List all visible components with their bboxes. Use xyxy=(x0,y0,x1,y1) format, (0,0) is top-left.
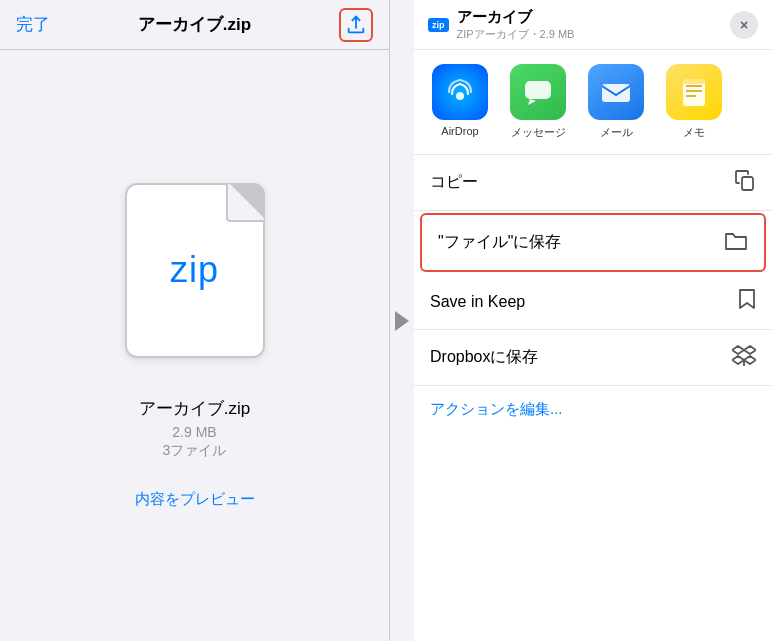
mail-icon-svg xyxy=(598,74,634,110)
right-title-area: zip アーカイブ ZIPアーカイブ・2.9 MB xyxy=(428,8,574,42)
file-size: 2.9 MB xyxy=(172,424,216,440)
message-icon xyxy=(510,64,566,120)
arrow-separator xyxy=(390,0,414,641)
zip-badge: zip xyxy=(428,18,449,32)
mail-icon xyxy=(588,64,644,120)
svg-rect-8 xyxy=(683,79,705,84)
app-item-mail[interactable]: メール xyxy=(580,64,652,140)
left-panel: 完了 アーカイブ.zip zip アーカイブ.zip 2.9 MB 3ファイル … xyxy=(0,0,390,641)
right-file-info: アーカイブ ZIPアーカイブ・2.9 MB xyxy=(457,8,575,42)
memo-label: メモ xyxy=(683,125,705,140)
message-icon-svg xyxy=(520,74,556,110)
action-save-files-label: "ファイル"に保存 xyxy=(438,232,561,253)
app-item-message[interactable]: メッセージ xyxy=(502,64,574,140)
done-button[interactable]: 完了 xyxy=(16,13,50,36)
message-label: メッセージ xyxy=(511,125,566,140)
right-top-bar: zip アーカイブ ZIPアーカイブ・2.9 MB × xyxy=(414,0,772,50)
airdrop-icon xyxy=(432,64,488,120)
share-apps-row: AirDrop メッセージ メール xyxy=(414,50,772,155)
arrow-right-icon xyxy=(395,311,409,331)
action-dropbox-label: Dropboxに保存 xyxy=(430,347,538,368)
svg-marker-13 xyxy=(744,356,756,364)
mail-label: メール xyxy=(600,125,633,140)
action-edit-label: アクションを編集... xyxy=(430,400,563,417)
action-save-keep[interactable]: Save in Keep xyxy=(414,274,772,330)
action-dropbox[interactable]: Dropboxに保存 xyxy=(414,330,772,386)
dropbox-icon xyxy=(732,344,756,371)
left-nav: 完了 アーカイブ.zip xyxy=(0,0,389,50)
action-copy-label: コピー xyxy=(430,172,478,193)
memo-icon-svg xyxy=(676,74,712,110)
preview-link[interactable]: 内容をプレビュー xyxy=(135,490,255,509)
svg-marker-11 xyxy=(744,346,756,354)
svg-marker-10 xyxy=(732,346,744,354)
copy-icon xyxy=(734,169,756,196)
file-name: アーカイブ.zip xyxy=(139,397,250,420)
action-list: コピー "ファイル"に保存 Save in Keep xyxy=(414,155,772,641)
bookmark-icon xyxy=(738,288,756,315)
app-item-memo[interactable]: メモ xyxy=(658,64,730,140)
svg-rect-9 xyxy=(742,177,753,190)
nav-title: アーカイブ.zip xyxy=(138,13,251,36)
airdrop-label: AirDrop xyxy=(441,125,478,137)
share-icon xyxy=(345,14,367,36)
right-file-title: アーカイブ xyxy=(457,8,575,27)
file-preview-area: zip アーカイブ.zip 2.9 MB 3ファイル 内容をプレビュー xyxy=(0,50,389,641)
close-button[interactable]: × xyxy=(730,11,758,39)
svg-point-0 xyxy=(456,92,464,100)
right-panel: zip アーカイブ ZIPアーカイブ・2.9 MB × AirDrop xyxy=(414,0,772,641)
folder-icon xyxy=(724,229,748,256)
airdrop-icon-svg xyxy=(442,74,478,110)
action-copy[interactable]: コピー xyxy=(414,155,772,211)
right-file-meta: ZIPアーカイブ・2.9 MB xyxy=(457,27,575,42)
memo-icon xyxy=(666,64,722,120)
zip-label: zip xyxy=(170,249,219,291)
zip-icon: zip xyxy=(115,183,275,373)
svg-rect-1 xyxy=(525,81,551,99)
svg-marker-2 xyxy=(528,99,536,105)
share-button[interactable] xyxy=(339,8,373,42)
file-count: 3ファイル xyxy=(163,442,227,460)
close-icon: × xyxy=(740,17,748,33)
action-save-keep-label: Save in Keep xyxy=(430,293,525,311)
action-edit[interactable]: アクションを編集... xyxy=(414,386,772,433)
app-item-airdrop[interactable]: AirDrop xyxy=(424,64,496,140)
svg-marker-12 xyxy=(732,356,744,364)
zip-file-shape: zip xyxy=(125,183,265,358)
svg-rect-3 xyxy=(602,84,630,102)
action-save-files[interactable]: "ファイル"に保存 xyxy=(420,213,766,272)
